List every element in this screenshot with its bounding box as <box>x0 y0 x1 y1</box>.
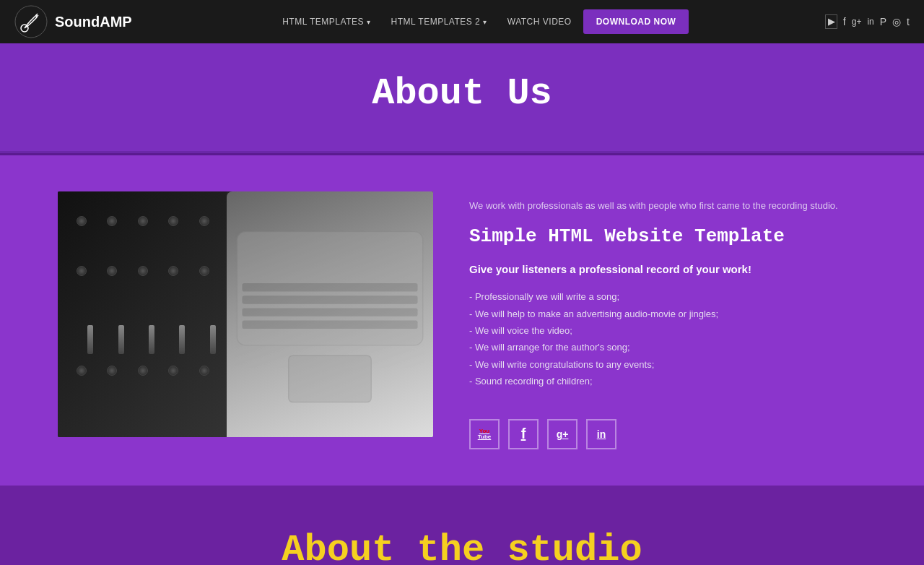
download-button[interactable]: DOWNLOAD NOW <box>583 9 689 34</box>
content-list: - Professionally we will write a song; -… <box>469 288 866 389</box>
list-item: - We will voice the video; <box>469 322 866 339</box>
nav-google-plus-icon[interactable]: g+ <box>852 17 862 27</box>
content-title: Simple HTML Website Template <box>469 225 866 249</box>
svg-rect-8 <box>242 321 417 329</box>
navbar: SoundAMP HTML TEMPLATES ▾ HTML TEMPLATES… <box>0 0 924 43</box>
bottom-title: About the studio <box>14 529 910 565</box>
fader-1 <box>87 325 93 354</box>
svg-rect-5 <box>242 283 417 291</box>
list-item: - We will help to make an advertising au… <box>469 306 866 322</box>
knob-7 <box>107 266 117 276</box>
knob-12 <box>107 366 117 376</box>
knob-10 <box>199 266 209 276</box>
knob-13 <box>138 366 148 376</box>
dropdown-caret: ▾ <box>367 18 371 26</box>
bottom-section: About the studio <box>0 486 924 565</box>
hero-title: About Us <box>14 72 910 115</box>
content-youtube-icon[interactable]: You Tube <box>469 419 500 449</box>
hero-section: About Us <box>0 43 924 153</box>
fader-4 <box>179 325 185 354</box>
fader-3 <box>149 325 154 354</box>
svg-point-0 <box>15 6 47 38</box>
knob-9 <box>168 266 178 276</box>
knob-2 <box>107 216 117 226</box>
nav-facebook-icon[interactable]: f <box>843 16 846 27</box>
knob-11 <box>77 366 87 376</box>
nav-twitter-icon[interactable]: t <box>907 16 910 27</box>
studio-image <box>58 191 433 437</box>
content-facebook-icon[interactable]: f <box>508 419 539 449</box>
svg-rect-9 <box>289 355 371 402</box>
svg-rect-7 <box>242 308 417 316</box>
nav-logo[interactable]: SoundAMP <box>14 5 132 38</box>
content-section: We work with professionals as well as wi… <box>0 155 924 486</box>
knob-15 <box>199 366 209 376</box>
knob-8 <box>138 266 148 276</box>
nav-links: HTML TEMPLATES ▾ HTML TEMPLATES 2 ▾ WATC… <box>154 9 809 34</box>
knob-4 <box>168 216 178 226</box>
nav-link-html-templates[interactable]: HTML TEMPLATES ▾ <box>274 11 379 33</box>
knob-3 <box>138 216 148 226</box>
knob-14 <box>168 366 178 376</box>
knob-6 <box>77 266 87 276</box>
knob-1 <box>77 216 87 226</box>
nav-link-watch-video[interactable]: WATCH VIDEO <box>499 11 580 33</box>
content-google-plus-icon[interactable]: g+ <box>547 419 578 449</box>
nav-link-html-templates-2[interactable]: HTML TEMPLATES 2 ▾ <box>382 11 495 33</box>
nav-instagram-icon[interactable]: ◎ <box>892 16 901 27</box>
logo-text: SoundAMP <box>55 14 132 30</box>
list-item: - We will write congratulations to any e… <box>469 356 866 373</box>
content-tagline: Give your listeners a professional recor… <box>469 263 866 275</box>
dropdown-caret-2: ▾ <box>483 18 487 26</box>
mixer-overlay <box>77 216 227 413</box>
content-text: We work with professionals as well as wi… <box>469 191 866 449</box>
list-item: - Professionally we will write a song; <box>469 288 866 305</box>
content-social-icons: You Tube f g+ in <box>469 419 866 449</box>
nav-pinterest-icon[interactable]: P <box>880 16 886 27</box>
fader-2 <box>118 325 124 354</box>
content-linkedin-icon[interactable]: in <box>586 419 616 449</box>
nav-linkedin-icon[interactable]: in <box>867 17 873 27</box>
guitar-icon <box>14 5 48 38</box>
list-item: - Sound recording of children; <box>469 373 866 389</box>
laptop-svg <box>227 191 433 437</box>
nav-youtube-icon[interactable]: ▶ <box>825 14 837 29</box>
knob-5 <box>199 216 209 226</box>
list-item: - We will arrange for the author's song; <box>469 339 866 355</box>
fader-5 <box>210 325 216 354</box>
svg-rect-6 <box>242 296 417 303</box>
nav-social-icons: ▶ f g+ in P ◎ t <box>825 14 910 29</box>
content-subtitle: We work with professionals as well as wi… <box>469 199 866 213</box>
